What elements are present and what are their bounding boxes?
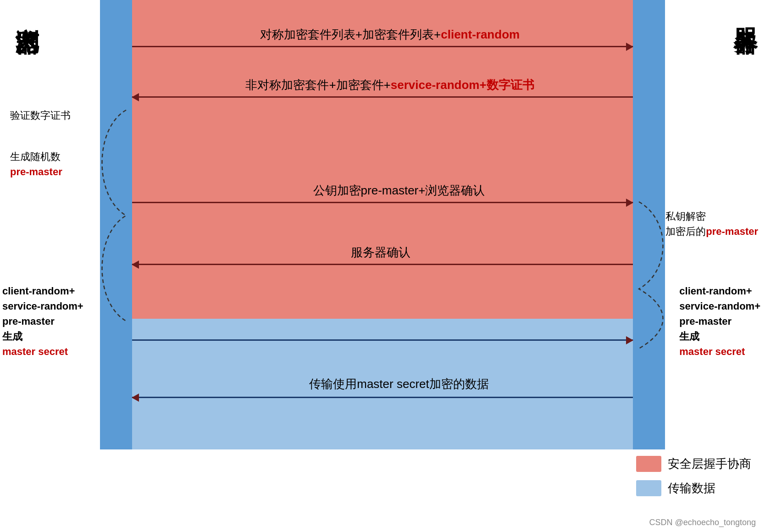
right-mastersecret-annotation: client-random+service-random+pre-master生…: [679, 283, 760, 359]
server-title: 服务器: [732, 9, 758, 15]
legend-item-data: 传输数据: [636, 480, 751, 496]
decrypt-annotation: 私钥解密加密后的pre-master: [665, 209, 758, 239]
premaster-annotation: 生成随机数pre-master: [10, 149, 62, 179]
handshake-area: [100, 0, 665, 319]
legend-color-blue: [636, 480, 661, 496]
legend-label-data: 传输数据: [668, 480, 715, 496]
arrow4-label: 服务器确认: [220, 244, 541, 260]
legend-item-handshake: 安全层握手协商: [636, 456, 751, 472]
arrow5: [132, 339, 633, 341]
arrow2: [132, 96, 633, 98]
legend: 安全层握手协商 传输数据: [636, 456, 751, 504]
browser-title: 浏览器: [14, 9, 40, 15]
legend-label-handshake: 安全层握手协商: [668, 456, 751, 472]
arrow1: [132, 46, 633, 47]
arrow3: [132, 202, 633, 203]
arrow4: [132, 264, 633, 265]
arrow3-label: 公钥加密pre-master+浏览器确认: [193, 183, 605, 199]
arrow2-label: 非对称加密套件+加密套件+service-random+数字证书: [138, 77, 642, 93]
left-mastersecret-annotation: client-random+service-random+pre-master生…: [2, 283, 83, 359]
verify-cert-annotation: 验证数字证书: [10, 108, 71, 123]
arrow6: [132, 397, 633, 398]
legend-color-red: [636, 456, 661, 472]
arrow6-label: 传输使用master secret加密的数据: [193, 376, 605, 392]
watermark: CSDN @echoecho_tongtong: [649, 518, 756, 527]
page: 浏览器 服务器 对称加密套件列表+加密套件列表+client-random 非对…: [0, 0, 765, 532]
left-dashed-curve: [85, 105, 140, 326]
arrow1-label: 对称加密套件列表+加密套件列表+client-random: [161, 27, 619, 43]
